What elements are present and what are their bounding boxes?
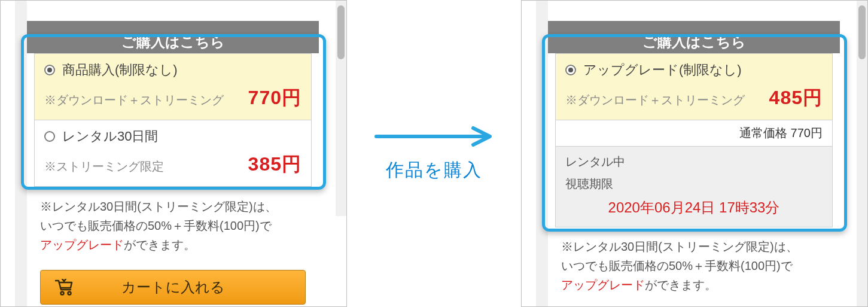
radio-on-icon[interactable] [565, 65, 576, 75]
cart-label: カートに入れる [121, 278, 225, 297]
radio-on-icon[interactable] [44, 65, 55, 75]
option-rental[interactable]: レンタル30日間 ※ストリーミング限定 385円 [35, 120, 311, 187]
option-price: 385円 [248, 151, 301, 178]
option-card: 商品購入(制限なし) ※ダウンロード＋ストリーミング 770円 レンタル30日間… [34, 53, 312, 187]
left-gutter [536, 1, 548, 306]
scrollbar[interactable] [857, 1, 867, 306]
cart-icon [54, 279, 74, 296]
status-deadline: 2020年06月24日 17時33分 [565, 198, 823, 217]
upgrade-note: ※レンタル30日間(ストリーミング限定)は、 いつでも販売価格の50%＋手数料(… [40, 197, 306, 254]
option-sub: ※ストリーミング限定 [44, 159, 164, 175]
svg-point-1 [68, 292, 71, 295]
scroll-thumb[interactable] [858, 5, 866, 59]
inner-col-right: ご購入はこちら アップグレード(制限なし) ※ダウンロード＋ストリーミング 48… [548, 1, 840, 306]
option-sub: ※ダウンロード＋ストリーミング [44, 92, 224, 108]
purchase-banner: ご購入はこちら [27, 21, 319, 53]
option-title: アップグレード(制限なし) [583, 61, 742, 79]
left-gutter [15, 1, 27, 306]
radio-off-icon[interactable] [44, 131, 55, 142]
inner-col-left: ご購入はこちら 商品購入(制限なし) ※ダウンロード＋ストリーミング 770円 … [27, 1, 319, 306]
option-card: アップグレード(制限なし) ※ダウンロード＋ストリーミング 485円 通常価格 … [555, 53, 833, 227]
option-price: 770円 [248, 85, 301, 111]
status-deadline-label: 視聴期限 [565, 176, 823, 192]
arrow-right-icon [371, 124, 497, 148]
status-renting: レンタル中 [565, 154, 823, 170]
middle-arrow-area: 作品を購入 [347, 0, 521, 307]
rental-status-box: レンタル中 視聴期限 2020年06月24日 17時33分 [556, 147, 832, 227]
upgrade-note: ※レンタル30日間(ストリーミング限定)は、 いつでも販売価格の50%＋手数料(… [561, 237, 827, 294]
option-title: 商品購入(制限なし) [62, 61, 178, 79]
add-to-cart-button[interactable]: カートに入れる [40, 270, 306, 305]
arrow-caption: 作品を購入 [386, 158, 482, 183]
option-title: レンタル30日間 [62, 127, 158, 145]
scroll-thumb[interactable] [337, 5, 345, 59]
option-sub: ※ダウンロード＋ストリーミング [565, 92, 745, 108]
option-purchase[interactable]: 商品購入(制限なし) ※ダウンロード＋ストリーミング 770円 [35, 54, 311, 120]
panel-after: ご購入はこちら アップグレード(制限なし) ※ダウンロード＋ストリーミング 48… [521, 0, 868, 307]
purchase-banner: ご購入はこちら [548, 21, 840, 53]
panel-before: ご購入はこちら 商品購入(制限なし) ※ダウンロード＋ストリーミング 770円 … [0, 0, 347, 307]
regular-price-row: 通常価格 770円 [556, 120, 832, 147]
scrollbar[interactable] [336, 1, 346, 216]
option-upgrade[interactable]: アップグレード(制限なし) ※ダウンロード＋ストリーミング 485円 [556, 54, 832, 120]
svg-point-0 [61, 292, 64, 295]
option-price: 485円 [769, 85, 823, 111]
